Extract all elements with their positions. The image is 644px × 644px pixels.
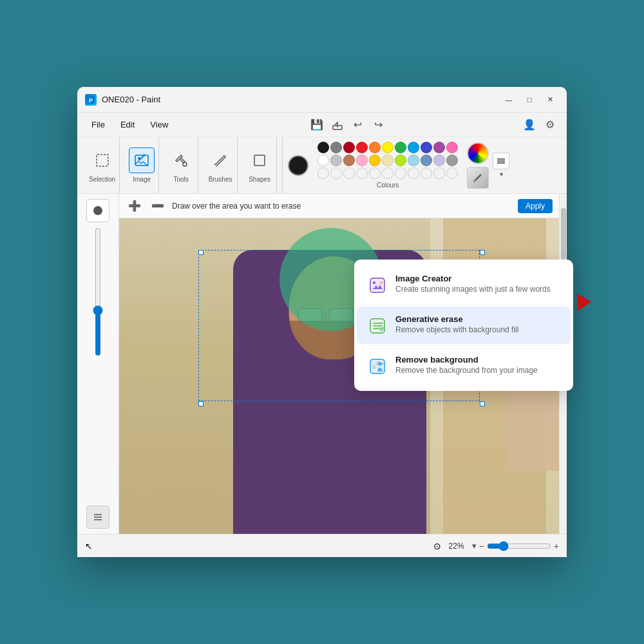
color-lavender[interactable] xyxy=(433,155,445,166)
color-lightgray[interactable] xyxy=(330,155,342,166)
brush-size-slider[interactable] xyxy=(92,227,104,356)
color-orange[interactable] xyxy=(369,142,381,153)
selection-handle-tl xyxy=(198,250,204,255)
tools-button[interactable] xyxy=(168,147,194,173)
generative-erase-item[interactable]: Generative erase Remove objects with bac… xyxy=(357,307,571,344)
generative-erase-desc: Remove objects with background fill xyxy=(395,325,518,334)
color-transparent11[interactable] xyxy=(446,167,458,179)
selection-tool-button[interactable] xyxy=(90,147,115,173)
color-gold[interactable] xyxy=(369,155,381,166)
brush-preview xyxy=(86,199,109,222)
canvas-zoom-in-button[interactable]: ➕ xyxy=(126,197,144,215)
canvas-zoom-out-button[interactable]: ➖ xyxy=(149,197,167,215)
color-pink[interactable] xyxy=(446,142,458,153)
svg-rect-11 xyxy=(497,160,505,162)
zoom-out-icon[interactable]: − xyxy=(479,541,484,551)
menu-view[interactable]: View xyxy=(144,117,175,132)
app-icon: P xyxy=(85,94,97,106)
title-bar: P ONE020 - Paint — □ ✕ xyxy=(77,87,567,113)
color-lightblue[interactable] xyxy=(408,155,419,166)
canvas-hint: Draw over the area you want to erase xyxy=(172,202,513,211)
brushes-button[interactable] xyxy=(207,147,233,173)
share-icon[interactable] xyxy=(328,116,346,134)
color-transparent2[interactable] xyxy=(330,167,342,179)
color-brown[interactable] xyxy=(343,155,355,166)
account-icon[interactable]: 👤 xyxy=(520,116,538,134)
minimize-button[interactable]: — xyxy=(500,93,518,107)
color-transparent3[interactable] xyxy=(343,167,355,179)
selection-handle-mr xyxy=(480,401,485,406)
svg-text:P: P xyxy=(89,97,93,104)
color-picker-button[interactable] xyxy=(467,142,489,164)
image-creator-desc: Create stunning images with just a few w… xyxy=(395,285,551,294)
color-transparent6[interactable] xyxy=(382,167,393,179)
active-color-swatch[interactable] xyxy=(288,155,308,176)
svg-rect-18 xyxy=(372,361,376,365)
svg-rect-10 xyxy=(497,162,505,164)
image-creator-icon xyxy=(367,275,388,296)
canvas-toolbar: ➕ ➖ Draw over the area you want to erase… xyxy=(119,194,559,218)
svg-rect-13 xyxy=(370,278,384,292)
color-black[interactable] xyxy=(317,142,329,153)
divider-2 xyxy=(365,345,563,346)
color-transparent9[interactable] xyxy=(421,167,432,179)
color-white[interactable] xyxy=(317,155,329,166)
svg-rect-8 xyxy=(254,155,265,166)
app-window: P ONE020 - Paint — □ ✕ File Edit View 💾 … xyxy=(77,87,567,557)
mouse-cursor-icon xyxy=(577,293,591,311)
close-button[interactable]: ✕ xyxy=(541,93,559,107)
color-lightpink[interactable] xyxy=(356,155,368,166)
remove-background-icon xyxy=(367,356,388,377)
color-transparent1[interactable] xyxy=(317,167,329,179)
tool-options-button[interactable] xyxy=(86,506,109,529)
color-green[interactable] xyxy=(395,142,406,153)
tool-group-image: Image xyxy=(125,137,159,193)
image-creator-text: Image Creator Create stunning images wit… xyxy=(395,274,551,294)
color-yellow[interactable] xyxy=(382,142,393,153)
svg-rect-20 xyxy=(372,365,376,369)
color-red[interactable] xyxy=(356,142,368,153)
color-transparent5[interactable] xyxy=(369,167,381,179)
svg-rect-3 xyxy=(97,155,108,166)
color-transparent4[interactable] xyxy=(356,167,368,179)
image-creator-item[interactable]: Image Creator Create stunning images wit… xyxy=(357,266,571,303)
shapes-button[interactable] xyxy=(247,147,272,173)
color-row-1 xyxy=(317,142,458,153)
redo-icon[interactable]: ↪ xyxy=(370,116,388,134)
zoom-slider[interactable] xyxy=(487,541,551,551)
zoom-fit-icon[interactable]: ⊙ xyxy=(433,541,441,551)
image-tool-button[interactable] xyxy=(129,147,155,173)
color-darkred[interactable] xyxy=(343,142,355,153)
color-row-2 xyxy=(317,155,458,166)
color-cream[interactable] xyxy=(382,155,393,166)
color-lime[interactable] xyxy=(395,155,406,166)
menu-file[interactable]: File xyxy=(85,117,111,132)
color-transparent7[interactable] xyxy=(395,167,406,179)
chevron-down-icon[interactable]: ▾ xyxy=(493,171,509,178)
color-midgray[interactable] xyxy=(446,155,458,166)
color-transparent10[interactable] xyxy=(433,167,445,179)
svg-point-14 xyxy=(373,281,375,284)
apply-button[interactable]: Apply xyxy=(518,199,553,213)
color-blue[interactable] xyxy=(408,142,419,153)
maximize-button[interactable]: □ xyxy=(520,93,538,107)
save-icon[interactable]: 💾 xyxy=(308,116,326,134)
color-gray[interactable] xyxy=(330,142,342,153)
zoom-dropdown-button[interactable]: ▾ xyxy=(472,541,477,551)
colors-area: Colours xyxy=(312,142,463,189)
image-label: Image xyxy=(133,176,151,183)
menu-edit[interactable]: Edit xyxy=(114,117,141,132)
remove-background-item[interactable]: Remove background Remove the background … xyxy=(357,347,571,384)
color-purple[interactable] xyxy=(433,142,445,153)
layers-button[interactable] xyxy=(493,153,509,169)
color-dropper-button[interactable] xyxy=(467,167,489,189)
settings-icon[interactable]: ⚙ xyxy=(541,116,559,134)
shapes-label: Shapes xyxy=(249,176,270,183)
undo-icon[interactable]: ↩ xyxy=(349,116,367,134)
color-steelblue[interactable] xyxy=(421,155,432,166)
color-darkblue[interactable] xyxy=(421,142,432,153)
selection-handle-ml xyxy=(198,401,204,406)
color-transparent8[interactable] xyxy=(408,167,419,179)
zoom-in-icon[interactable]: + xyxy=(554,541,559,551)
scrollbar-thumb[interactable] xyxy=(561,208,566,260)
